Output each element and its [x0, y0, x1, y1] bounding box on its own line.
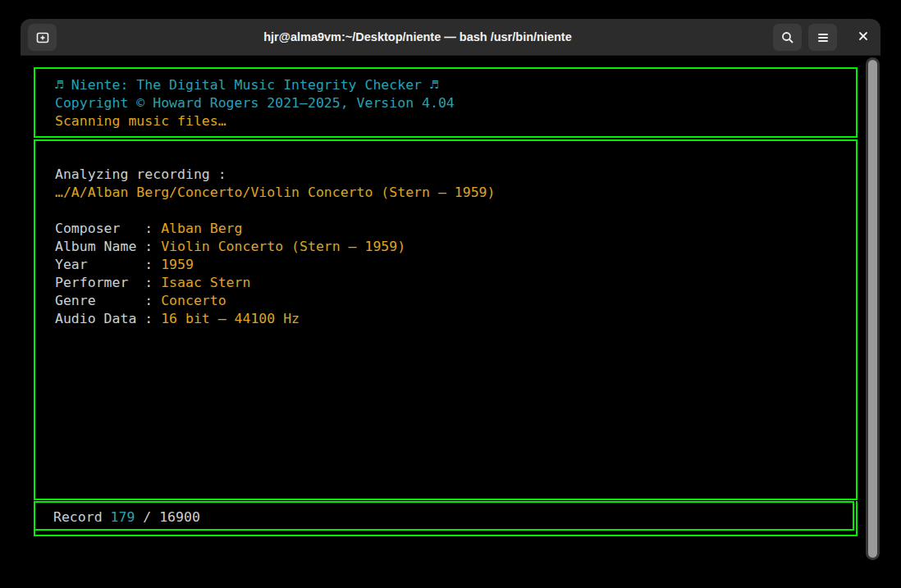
spacer	[55, 202, 856, 220]
field-value: 16 bit – 44100 Hz	[161, 311, 300, 326]
window-titlebar[interactable]: hjr@alma9vm:~/Desktop/niente — bash /usr…	[21, 19, 880, 56]
field-label: Year :	[55, 257, 161, 272]
field-label: Album Name :	[55, 239, 161, 254]
field-row-performer: Performer : Isaac Stern	[55, 274, 856, 292]
hamburger-menu-icon	[816, 32, 830, 43]
scrollbar-thumb[interactable]	[866, 57, 880, 560]
record-counter-outer-border: Record 179 / 16900	[34, 501, 858, 536]
menu-button[interactable]	[808, 24, 837, 51]
app-banner-box: ♬ Niente: The Digital Music Integrity Ch…	[34, 67, 858, 138]
field-label: Performer :	[55, 275, 161, 290]
field-label: Composer :	[55, 221, 161, 236]
record-total: / 16900	[135, 509, 199, 525]
copyright-line: Copyright © Howard Rogers 2021–2025, Ver…	[55, 94, 856, 112]
field-row-audio-data: Audio Data : 16 bit – 44100 Hz	[55, 310, 856, 328]
record-label: Record	[53, 509, 111, 525]
recording-path: …/A/Alban Berg/Concerto/Violin Concerto …	[55, 184, 856, 202]
record-counter-box: Record 179 / 16900	[34, 501, 854, 531]
search-icon	[780, 30, 795, 45]
field-row-composer: Composer : Alban Berg	[55, 220, 856, 238]
app-title-line: ♬ Niente: The Digital Music Integrity Ch…	[55, 76, 856, 94]
scanning-status-line: Scanning music files…	[55, 112, 856, 130]
field-value: 1959	[161, 257, 194, 272]
field-row-genre: Genre : Concerto	[55, 292, 856, 310]
close-icon	[858, 30, 869, 45]
field-value: Violin Concerto (Stern – 1959)	[161, 239, 405, 254]
spacer	[55, 148, 856, 166]
close-button[interactable]	[849, 24, 876, 51]
desktop: hjr@alma9vm:~/Desktop/niente — bash /usr…	[0, 0, 901, 588]
field-label: Audio Data :	[55, 311, 161, 326]
field-row-album-name: Album Name : Violin Concerto (Stern – 19…	[55, 238, 856, 256]
field-value: Isaac Stern	[161, 275, 250, 290]
field-label: Genre :	[55, 293, 161, 308]
field-row-year: Year : 1959	[55, 256, 856, 274]
field-value: Concerto	[161, 293, 226, 308]
analysis-box: Analyzing recording : …/A/Alban Berg/Con…	[34, 139, 858, 500]
record-current-number: 179	[111, 509, 135, 525]
analyzing-label: Analyzing recording :	[55, 166, 856, 184]
new-tab-icon	[35, 30, 50, 45]
field-value: Alban Berg	[161, 221, 242, 236]
terminal-screen: ♬ Niente: The Digital Music Integrity Ch…	[21, 56, 880, 588]
new-tab-button[interactable]	[28, 24, 57, 51]
window-title: hjr@alma9vm:~/Desktop/niente — bash /usr…	[103, 19, 733, 56]
search-button[interactable]	[773, 24, 802, 51]
